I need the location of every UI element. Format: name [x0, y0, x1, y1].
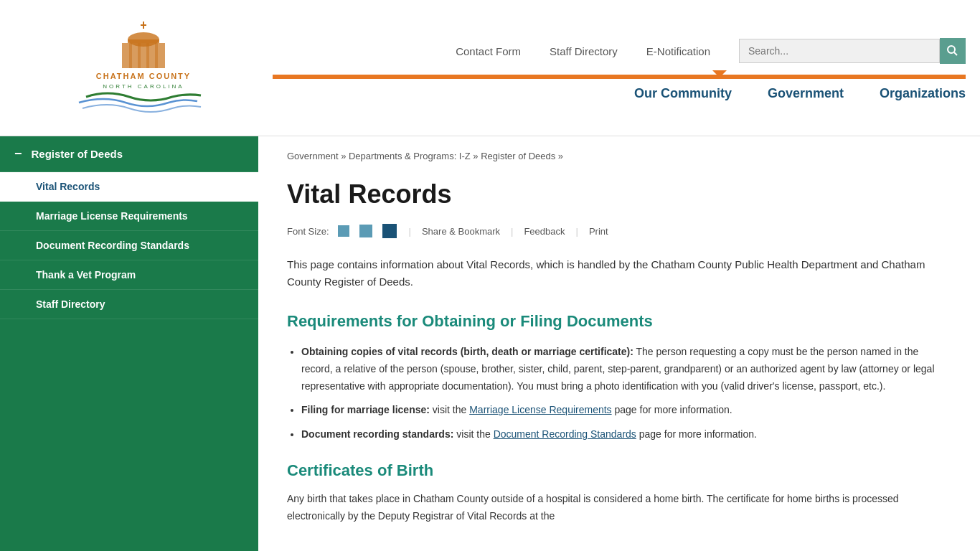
font-small-btn[interactable]	[338, 225, 349, 237]
print-link[interactable]: Print	[589, 226, 608, 237]
bullet-document-bold: Document recording standards:	[301, 428, 453, 440]
collapse-icon: −	[14, 146, 22, 161]
sidebar-item-staff-dir[interactable]: Staff Directory	[0, 290, 258, 319]
bullet-obtaining-bold: Obtaining copies of vital records (birth…	[301, 346, 633, 357]
logo-area: CHATHAM COUNTY NORTH CAROLINA	[14, 18, 273, 118]
staff-dir-link[interactable]: Staff Directory	[36, 298, 105, 310]
page-title: Vital Records	[287, 179, 951, 209]
nav-area: Contact Form Staff Directory E-Notificat…	[273, 31, 966, 105]
organizations-nav[interactable]: Organizations	[880, 86, 966, 101]
search-icon	[947, 45, 958, 57]
section1-heading: Requirements for Obtaining or Filing Doc…	[287, 312, 951, 331]
thank-vet-link[interactable]: Thank a Vet Program	[36, 269, 136, 281]
svg-line-12	[954, 52, 957, 55]
bullet-marriage-text: visit the	[433, 404, 469, 415]
sidebar-item-marriage-license[interactable]: Marriage License Requirements	[0, 202, 258, 231]
government-nav[interactable]: Government	[768, 86, 844, 101]
intro-text: This page contains information about Vit…	[287, 256, 951, 291]
sidebar-parent-register-of-deeds[interactable]: − Register of Deeds	[0, 136, 258, 172]
section2-text: Any birth that takes place in Chatham Co…	[287, 491, 951, 525]
search-button[interactable]	[940, 38, 966, 64]
bullet-document: Document recording standards: visit the …	[301, 426, 951, 443]
main-content: Government » Departments & Programs: I-Z…	[258, 136, 980, 551]
sidebar: − Register of Deeds Vital Records Marria…	[0, 136, 258, 551]
font-size-label: Font Size:	[287, 226, 329, 237]
svg-text:NORTH CAROLINA: NORTH CAROLINA	[103, 83, 184, 90]
font-large-btn[interactable]	[382, 224, 397, 238]
contact-form-link[interactable]: Contact Form	[456, 45, 521, 57]
marriage-license-link[interactable]: Marriage License Requirements	[36, 210, 188, 222]
share-bookmark-link[interactable]: Share & Bookmark	[422, 226, 500, 237]
register-of-deeds-link[interactable]: Register of Deeds	[32, 148, 123, 160]
page-body: − Register of Deeds Vital Records Marria…	[0, 136, 980, 551]
svg-rect-7	[146, 43, 149, 68]
breadcrumb: Government » Departments & Programs: I-Z…	[287, 151, 951, 161]
main-nav: Our Community Government Organizations	[273, 77, 966, 105]
bullet-document-text: visit the	[456, 428, 493, 440]
svg-text:CHATHAM COUNTY: CHATHAM COUNTY	[96, 72, 191, 80]
svg-rect-3	[128, 39, 159, 43]
staff-directory-link[interactable]: Staff Directory	[550, 45, 618, 57]
search-container	[739, 38, 966, 64]
svg-rect-8	[155, 43, 158, 68]
font-medium-btn[interactable]	[359, 225, 372, 237]
feedback-link[interactable]: Feedback	[524, 226, 565, 237]
section2-heading: Certificates of Birth	[287, 461, 951, 480]
svg-rect-6	[138, 43, 141, 68]
vital-records-link[interactable]: Vital Records	[36, 181, 100, 192]
sidebar-item-vital-records[interactable]: Vital Records	[0, 172, 258, 202]
sidebar-item-thank-vet[interactable]: Thank a Vet Program	[0, 260, 258, 290]
bullet-marriage: Filing for marriage license: visit the M…	[301, 402, 951, 419]
bullet-document-text2: page for more information.	[639, 428, 757, 440]
svg-rect-5	[129, 43, 132, 68]
bullet-obtaining: Obtaining copies of vital records (birth…	[301, 344, 951, 395]
sidebar-item-document-recording[interactable]: Document Recording Standards	[0, 231, 258, 260]
header: CHATHAM COUNTY NORTH CAROLINA Contact Fo…	[0, 0, 980, 136]
our-community-nav[interactable]: Our Community	[634, 86, 732, 101]
search-input[interactable]	[739, 39, 940, 63]
county-logo: CHATHAM COUNTY NORTH CAROLINA	[65, 18, 222, 118]
top-nav: Contact Form Staff Directory E-Notificat…	[273, 31, 966, 75]
document-recording-std-link[interactable]: Document Recording Standards	[494, 428, 636, 440]
bullet-marriage-text2: page for more information.	[615, 404, 732, 415]
bullet-marriage-bold: Filing for marriage license:	[301, 404, 430, 415]
marriage-license-req-link[interactable]: Marriage License Requirements	[469, 404, 611, 415]
e-notification-link[interactable]: E-Notification	[646, 45, 710, 57]
requirements-list: Obtaining copies of vital records (birth…	[301, 344, 951, 443]
font-tools: Font Size: | Share & Bookmark | Feedback…	[287, 224, 951, 238]
svg-rect-4	[122, 43, 165, 68]
document-recording-link[interactable]: Document Recording Standards	[36, 240, 189, 251]
svg-point-11	[948, 46, 955, 53]
